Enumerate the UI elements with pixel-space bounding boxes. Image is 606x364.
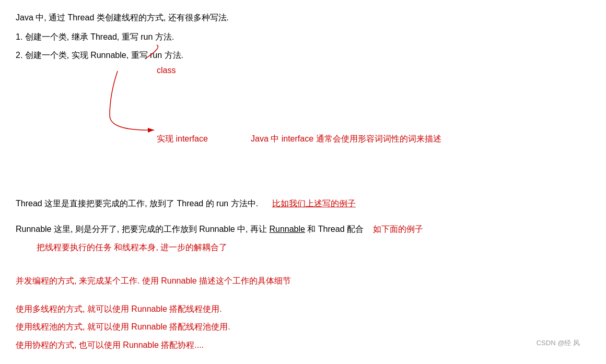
multithread-line: 使用多线程的方式, 就可以使用 Runnable 搭配线程使用. [16,302,590,317]
runnable-line: Runnable 这里, 则是分开了, 把要完成的工作放到 Runnable 中… [16,222,590,237]
coroutine-line: 使用协程的方式, 也可以使用 Runnable 搭配协程.... [16,338,590,353]
runnable-text: Runnable 这里, 则是分开了, 把要完成的工作放到 Runnable 中… [16,225,366,233]
usage-section: 使用多线程的方式, 就可以使用 Runnable 搭配线程使用. 使用线程池的方… [16,302,590,353]
runnable-note: 把线程要执行的任务 和线程本身, 进一步的解耦合了 [37,243,227,252]
runnable-note-line: 把线程要执行的任务 和线程本身, 进一步的解耦合了 [16,240,590,255]
header-text: Java 中, 通过 Thread 类创建线程的方式, 还有很多种写法. [16,13,229,22]
threadpool-line: 使用线程池的方式, 就可以使用 Runnable 搭配线程池使用. [16,320,590,335]
java-interface-note: Java 中 interface 通常会使用形容词词性的词来描述 [251,134,441,145]
runnable-example: 如下面的例子 [373,225,423,233]
concurrent-line: 并发编程的方式, 来完成某个工作. 使用 Runnable 描述这个工作的具体细… [16,274,590,289]
thread-example: 比如我们上述写的例子 [272,199,356,208]
thread-line: Thread 这里是直接把要完成的工作, 放到了 Thread 的 run 方法… [16,196,590,212]
arrow-svg [68,42,225,147]
footer-author: CSDN @经 风 [537,338,580,348]
concurrent-section: 并发编程的方式, 来完成某个工作. 使用 Runnable 描述这个工作的具体细… [16,274,590,289]
runnable-section: Runnable 这里, 则是分开了, 把要完成的工作放到 Runnable 中… [16,222,590,255]
header-line: Java 中, 通过 Thread 类创建线程的方式, 还有很多种写法. [16,10,590,26]
main-content: Java 中, 通过 Thread 类创建线程的方式, 还有很多种写法. 1. … [16,10,590,353]
interface-annotation: 实现 interface [157,134,208,145]
thread-section: Thread 这里是直接把要完成的工作, 放到了 Thread 的 run 方法… [16,196,590,212]
annotation-area: class 实现 interface Java 中 int [16,66,590,181]
